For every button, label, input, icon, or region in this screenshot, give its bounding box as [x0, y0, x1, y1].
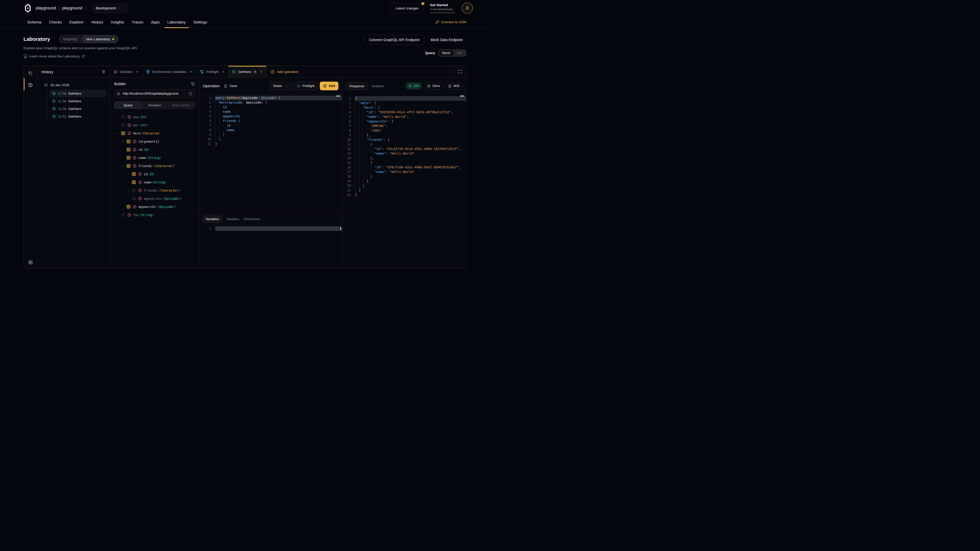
field-checkbox[interactable]: [132, 197, 136, 200]
tree-row-foo[interactable]: foo: String!: [110, 211, 199, 219]
field-checkbox[interactable]: [121, 115, 125, 119]
hive-logo-icon[interactable]: [24, 4, 32, 13]
nav-tab-checks[interactable]: Checks: [49, 16, 62, 28]
share-button[interactable]: Share ···: [270, 82, 291, 90]
tree-row-friends[interactable]: friends: [Character]: [110, 162, 199, 170]
tree-row-bar[interactable]: bar: Int!: [110, 121, 199, 129]
history-item[interactable]: 11:53 GetHero: [49, 113, 106, 120]
close-icon[interactable]: ✕: [222, 70, 224, 74]
nav-tab-laboratory[interactable]: Laboratory: [167, 16, 186, 28]
field-checkbox[interactable]: [132, 180, 136, 184]
connect-graphql-endpoint-button[interactable]: Connect GraphQL API Endpoint: [364, 35, 425, 45]
close-icon[interactable]: ✕: [190, 70, 192, 74]
history-rail-icon[interactable]: [27, 81, 34, 89]
latest-changes-button[interactable]: Latest changes: [391, 3, 423, 13]
tree-row-aaa[interactable]: aaa: Int: [110, 113, 199, 121]
collapse-all-icon[interactable]: [191, 82, 195, 86]
toggle-option-hive-laboratory[interactable]: Hive Laboratory: [82, 35, 118, 43]
endpoint-url-field[interactable]: [114, 89, 195, 98]
tab-query[interactable]: Query: [115, 102, 142, 108]
history-item[interactable]: 11:56 GetHero: [49, 89, 106, 97]
get-started-widget[interactable]: Get Started 3 remaining tasks: [430, 3, 455, 13]
refresh-icon[interactable]: [189, 92, 192, 96]
side-rail: [24, 66, 37, 268]
page-header: Laboratory GraphiQL Hive Laboratory Expl…: [0, 28, 490, 65]
editor-scroll-indicator[interactable]: [336, 95, 340, 97]
history-item[interactable]: 11:56 GetHero: [49, 97, 106, 105]
tab-preflight[interactable]: Preflight ✕: [197, 66, 228, 78]
code-line: 1{: [342, 96, 466, 101]
editor-scroll-indicator[interactable]: [460, 95, 464, 97]
tab-environment-variables[interactable]: Environment Variables ✕: [142, 66, 197, 78]
edit-button[interactable]: Edit: [320, 82, 339, 90]
type-cube-icon: [133, 164, 137, 168]
endpoint-url-input[interactable]: [123, 92, 186, 95]
collections-icon[interactable]: [27, 69, 34, 77]
preflight-button[interactable]: Preflight: [293, 82, 318, 90]
user-avatar[interactable]: [462, 3, 473, 14]
save-button[interactable]: Save: [224, 84, 237, 88]
add-operation-button[interactable]: Add operation: [266, 66, 302, 78]
field-checkbox[interactable]: [127, 205, 130, 209]
tree-row-name[interactable]: name: String!: [110, 178, 199, 186]
tree-row-id[interactable]: id: ID!: [110, 170, 199, 178]
nav-tab-apps[interactable]: Apps: [151, 16, 160, 28]
field-checkbox[interactable]: [127, 164, 130, 168]
tree-row-arguments[interactable]: [arguments]: [110, 137, 199, 145]
tree-row-friends[interactable]: friends: [Character]: [110, 186, 199, 194]
tree-row-name[interactable]: name: String!: [110, 154, 199, 162]
history-item[interactable]: 11:56 GetHero: [49, 105, 106, 113]
tree-row-hero[interactable]: hero: Character: [110, 129, 199, 137]
close-icon[interactable]: ✕: [260, 70, 262, 74]
tab-extensions[interactable]: Extensions: [244, 217, 260, 221]
chevron-down-icon[interactable]: [116, 132, 121, 135]
chevron-down-icon[interactable]: [121, 164, 127, 167]
mock-data-endpoint-button[interactable]: Mock Data Endpoint: [427, 35, 466, 45]
breadcrumb-project[interactable]: playground: [62, 6, 82, 11]
history-date-group[interactable]: 26 Jan 2026: [41, 83, 106, 87]
nav-tab-insights[interactable]: Insights: [111, 16, 124, 28]
fullscreen-button[interactable]: [454, 66, 466, 78]
field-checkbox[interactable]: [121, 123, 125, 127]
scrollbar-thumb[interactable]: [340, 227, 342, 230]
tab-response[interactable]: Response: [346, 83, 368, 90]
trash-icon[interactable]: [102, 70, 106, 74]
chevron-down-icon[interactable]: [121, 140, 127, 143]
toggle-option-api[interactable]: API: [453, 50, 466, 56]
learn-more-link[interactable]: Learn more about the Laboratory: [24, 54, 364, 58]
chevron-right-icon[interactable]: [127, 189, 132, 192]
toggle-option-graphiql[interactable]: GraphiQL: [59, 35, 82, 43]
query-editor[interactable]: 1query GetHero($episode: Episode) {2hero…: [199, 94, 342, 214]
nav-tab-settings[interactable]: Settings: [193, 16, 207, 28]
field-checkbox[interactable]: [132, 172, 136, 176]
response-viewer[interactable]: 1{2"data": {3"hero": {4"id": "93038304-0…: [342, 94, 466, 268]
tree-row-appearsIn[interactable]: appearsIn: [Episode]!: [110, 203, 199, 211]
tab-subscription[interactable]: Subscription: [168, 102, 194, 108]
tab-gethero-2-active[interactable]: GetHero ✕: [228, 66, 266, 78]
nav-tab-explorer[interactable]: Explorer: [69, 16, 84, 28]
tree-row-id[interactable]: id: ID!: [110, 145, 199, 154]
field-checkbox[interactable]: [121, 213, 125, 217]
breadcrumb-org[interactable]: playground: [36, 6, 56, 11]
toggle-option-mock[interactable]: Mock: [439, 50, 453, 56]
field-checkbox[interactable]: [127, 140, 130, 143]
tab-variables[interactable]: Variables: [202, 216, 222, 222]
connect-to-cdn-link[interactable]: Connect to CDN: [435, 16, 466, 28]
close-icon[interactable]: ✕: [136, 70, 138, 74]
field-checkbox[interactable]: [121, 131, 125, 135]
field-checkbox[interactable]: [127, 148, 130, 151]
tree-row-appearsIn[interactable]: appearsIn: [Episode]!: [110, 194, 199, 203]
tab-mutation[interactable]: Mutation: [142, 102, 168, 108]
variables-editor[interactable]: 1: [199, 224, 342, 268]
target-selector[interactable]: development: [92, 3, 127, 13]
nav-tab-schema[interactable]: Schema: [27, 16, 41, 28]
tab-response-headers[interactable]: Headers: [372, 84, 384, 88]
field-checkbox[interactable]: [132, 189, 136, 192]
code-line: 6friends {: [199, 119, 342, 123]
settings-gear-icon[interactable]: [28, 260, 33, 265]
tab-gethero-1[interactable]: GetHero ✕: [110, 66, 142, 78]
field-checkbox[interactable]: [127, 156, 130, 160]
tab-headers[interactable]: Headers: [227, 217, 239, 221]
nav-tab-history[interactable]: History: [91, 16, 103, 28]
nav-tab-traces[interactable]: Traces: [132, 16, 143, 28]
